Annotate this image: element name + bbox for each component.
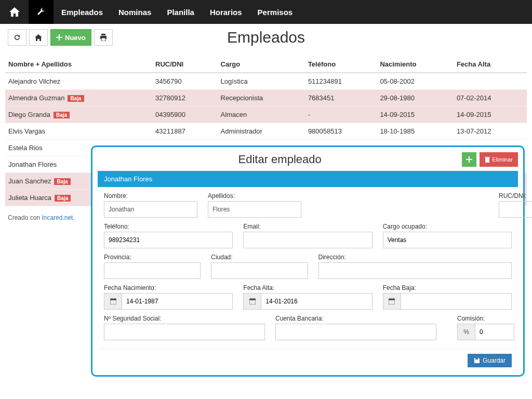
label-ruc: RUC/DNI: [499, 192, 532, 200]
svg-rect-6 [466, 159, 472, 160]
svg-rect-1 [56, 37, 62, 38]
wrench-icon[interactable] [29, 0, 54, 24]
svg-rect-11 [110, 299, 116, 300]
svg-rect-7 [485, 158, 489, 163]
delete-label: Eliminar [492, 156, 513, 163]
calendar-icon[interactable] [383, 293, 401, 310]
editor-form: Nombre: Jonathan Apellidos: Flores RUC/D… [98, 187, 518, 348]
toolbar-home-button[interactable] [29, 29, 48, 46]
nav-horarios[interactable]: Horarios [202, 8, 250, 17]
th-telefono[interactable]: Teléfono [305, 56, 377, 73]
th-cargo[interactable]: Cargo [218, 56, 305, 73]
input-ciudad[interactable] [211, 262, 308, 279]
baja-badge: Baja [55, 195, 71, 202]
baja-badge: Baja [54, 112, 70, 118]
value-ruc: 78923412 [499, 201, 532, 218]
nav-permisos[interactable]: Permisos [250, 8, 301, 17]
print-button[interactable] [94, 29, 113, 46]
label-comision: Comisión: [457, 315, 514, 322]
footer-dot: . [73, 214, 74, 221]
input-email[interactable] [243, 232, 372, 248]
guardar-label: Guardar [483, 357, 506, 364]
input-provincia[interactable] [104, 262, 201, 279]
th-ruc[interactable]: RUC/DNI [152, 56, 218, 73]
editor-delete-button[interactable]: Eliminar [480, 152, 518, 167]
label-telefono: Teléfono: [104, 223, 233, 230]
label-email: Email: [243, 223, 372, 230]
label-falta: Fecha Alta: [243, 284, 372, 291]
editor-title: Editar empleado [98, 153, 462, 166]
table-row[interactable]: Almendra GuzmanBaja32780912Recepcionista… [5, 90, 527, 107]
label-direccion: Dirección: [318, 254, 512, 261]
baja-badge: Baja [54, 178, 70, 185]
svg-rect-12 [111, 298, 112, 300]
nuevo-button[interactable]: Nuevo [50, 29, 91, 46]
toolbar: Nuevo [0, 24, 532, 48]
home-icon[interactable] [0, 0, 29, 24]
svg-rect-15 [249, 299, 256, 300]
footer-link[interactable]: Incared.net [42, 214, 73, 221]
value-nombre: Jonathan [104, 201, 197, 218]
input-fbaja[interactable] [401, 293, 512, 310]
label-cargo: Cargo ocupado: [383, 223, 512, 230]
input-cuenta[interactable] [275, 324, 436, 340]
svg-rect-20 [390, 298, 391, 300]
svg-rect-9 [486, 157, 488, 157]
label-apellidos: Apellidos: [208, 192, 301, 200]
guardar-button[interactable]: Guardar [468, 354, 512, 367]
footer-text: Creado con [8, 214, 42, 221]
calendar-icon[interactable] [243, 293, 261, 310]
table-row[interactable]: Elvis Vargas43211887Administrador9800585… [5, 123, 527, 140]
input-cargo[interactable] [383, 232, 512, 248]
input-telefono[interactable] [104, 232, 233, 248]
label-fnac: Fecha Nacimiento: [104, 284, 233, 291]
input-fnac[interactable] [122, 293, 233, 310]
editor-bluebar: Jonathan Flores [98, 171, 518, 187]
input-falta[interactable] [261, 293, 372, 310]
th-nacimiento[interactable]: Nacimiento [377, 56, 454, 73]
svg-rect-13 [114, 298, 115, 300]
baja-badge: Baja [68, 95, 84, 102]
input-comision[interactable] [475, 324, 514, 340]
table-row[interactable]: Alejandro Vilchez3456790Logística5112348… [5, 73, 527, 90]
percent-addon: % [457, 324, 475, 340]
nuevo-label: Nuevo [65, 34, 86, 42]
label-seg: Nº Seguridad Social: [104, 315, 265, 322]
refresh-button[interactable] [8, 29, 26, 46]
label-fbaja: Fecha Baja: [383, 284, 512, 291]
value-apellidos: Flores [208, 201, 301, 218]
input-seg[interactable] [104, 324, 265, 340]
editor-add-button[interactable] [462, 152, 476, 167]
th-nombre[interactable]: Nombre + Apellidos [5, 56, 152, 73]
nav-nominas[interactable]: Nominas [111, 8, 159, 17]
label-nombre: Nombre: [104, 192, 197, 200]
nav-planilla[interactable]: Planilla [159, 8, 202, 17]
th-alta[interactable]: Fecha Alta [454, 56, 527, 73]
input-direccion[interactable] [318, 262, 512, 279]
svg-rect-4 [101, 38, 105, 41]
calendar-icon[interactable] [104, 293, 122, 310]
svg-rect-21 [393, 298, 394, 300]
label-cuenta: Cuenta Bancaria: [275, 315, 436, 322]
svg-rect-19 [389, 299, 395, 300]
editor-panel: Editar empleado Eliminar Jonathan Flores… [91, 145, 525, 377]
svg-rect-16 [250, 298, 251, 300]
svg-rect-17 [254, 298, 255, 300]
table-row[interactable]: Diego GrandaBaja04395900Almacen-14-09-20… [5, 107, 527, 123]
nav-empleados[interactable]: Empleados [54, 8, 111, 17]
top-nav: Empleados Nominas Planilla Horarios Perm… [0, 0, 532, 24]
label-ciudad: Ciudad: [211, 254, 308, 261]
svg-rect-2 [101, 34, 105, 35]
label-provincia: Provincia: [104, 254, 201, 261]
